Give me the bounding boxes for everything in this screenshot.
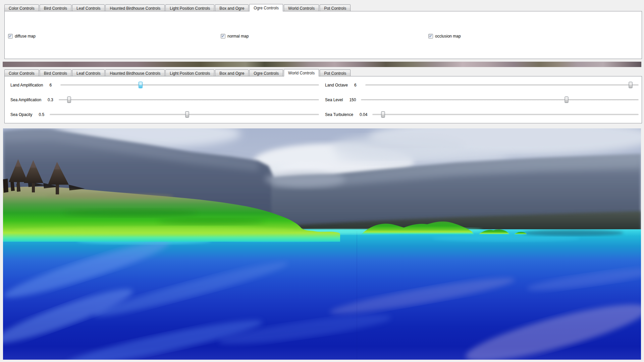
sea-amplification-slider-track[interactable] [59,99,319,101]
tab-pot-controls[interactable]: Pot Controls [320,4,351,11]
world-sliders-grid: Land Amplification6Land Octave6Sea Ampli… [5,78,642,122]
sea-opacity-slider-thumb[interactable] [185,111,189,118]
tab-world-controls[interactable]: World Controls [284,4,319,11]
sea-level-slider-track[interactable] [361,99,639,101]
sea-opacity-value: 0.5 [39,112,45,117]
panel-world-controls: Land Amplification6Land Octave6Sea Ampli… [4,76,642,123]
land-amplification-slider-track[interactable] [60,84,319,86]
normal-map-checkbox-label: normal map [227,34,249,39]
render-viewport-strip[interactable] [3,62,641,67]
render-viewport-main[interactable] [3,128,641,360]
panel-ogre-controls: ✓diffuse map✓normal map✓occlusion map [4,11,642,59]
tab-haunted-birdhouse-controls[interactable]: Haunted Birdhouse Controls [105,69,165,76]
sea-level-slider-thumb[interactable] [565,97,568,103]
sea-amplification-slider-thumb[interactable] [67,97,71,103]
sea-level-slider[interactable] [361,96,639,104]
app-window: Color ControlsBird ControlsLeaf Controls… [0,0,644,362]
sea-amplification-slider[interactable] [59,96,319,104]
tabbar-ogre-panel: Color ControlsBird ControlsLeaf Controls… [4,4,351,11]
tab-box-and-ogre[interactable]: Box and Ogre [215,4,249,11]
tab-bird-controls[interactable]: Bird Controls [40,69,71,76]
sea-level-value: 150 [349,98,356,102]
sea-amplification-value: 0.3 [48,98,54,102]
land-octave-value: 6 [354,83,360,87]
sea-turbulence-slider[interactable] [372,111,639,118]
occlusion-map-checkbox[interactable]: ✓occlusion map [428,34,461,39]
sea-level-label: Sea Level [325,98,343,102]
land-amplification-slider-thumb[interactable] [139,82,143,88]
occlusion-map-checkbox-box[interactable]: ✓ [428,34,433,39]
land-octave-slider-track[interactable] [365,84,639,86]
tabbar-world-panel: Color ControlsBird ControlsLeaf Controls… [4,69,351,76]
normal-map-checkbox[interactable]: ✓normal map [221,34,249,39]
tab-color-controls[interactable]: Color Controls [4,4,39,11]
tab-light-position-controls[interactable]: Light Position Controls [165,4,214,11]
sea-opacity-label: Sea Opacity [10,112,32,117]
sea-opacity-slider[interactable] [50,111,319,118]
land-amplification-label: Land Amplification [10,83,43,87]
sea-opacity-slider-track[interactable] [50,114,319,115]
diffuse-map-checkbox-box[interactable]: ✓ [8,34,13,39]
sea-amplification-label: Sea Amplification [10,98,41,102]
tab-ogre-controls[interactable]: Ogre Controls [249,69,283,76]
sea-turbulence-row: Sea Turbulence0.04 [322,107,642,122]
sea-turbulence-value: 0.04 [360,112,367,117]
land-octave-slider[interactable] [365,81,639,89]
land-octave-label: Land Octave [325,83,348,87]
sea-opacity-row: Sea Opacity0.5 [5,107,322,122]
land-amplification-slider[interactable] [60,81,319,89]
land-amplification-value: 6 [49,83,55,87]
sea-turbulence-label: Sea Turbulence [325,112,353,117]
tab-leaf-controls[interactable]: Leaf Controls [72,4,105,11]
tab-bird-controls[interactable]: Bird Controls [40,4,71,11]
tab-light-position-controls[interactable]: Light Position Controls [165,69,214,76]
occlusion-map-checkbox-label: occlusion map [435,34,461,39]
diffuse-map-checkbox[interactable]: ✓diffuse map [8,34,36,39]
tab-pot-controls[interactable]: Pot Controls [320,69,351,76]
sea-turbulence-slider-track[interactable] [372,114,639,115]
tab-leaf-controls[interactable]: Leaf Controls [72,69,105,76]
sea-turbulence-slider-thumb[interactable] [381,111,385,118]
tab-ogre-controls[interactable]: Ogre Controls [249,4,283,11]
land-octave-slider-thumb[interactable] [629,82,632,88]
land-octave-row: Land Octave6 [322,78,642,93]
tab-box-and-ogre[interactable]: Box and Ogre [215,69,249,76]
land-amplification-row: Land Amplification6 [5,78,322,93]
normal-map-checkbox-box[interactable]: ✓ [221,34,225,39]
tab-world-controls[interactable]: World Controls [284,69,319,76]
diffuse-map-checkbox-label: diffuse map [15,34,36,39]
tab-haunted-birdhouse-controls[interactable]: Haunted Birdhouse Controls [105,4,165,11]
sea-level-row: Sea Level150 [322,93,642,107]
tab-color-controls[interactable]: Color Controls [4,69,39,76]
sea-amplification-row: Sea Amplification0.3 [5,93,322,107]
